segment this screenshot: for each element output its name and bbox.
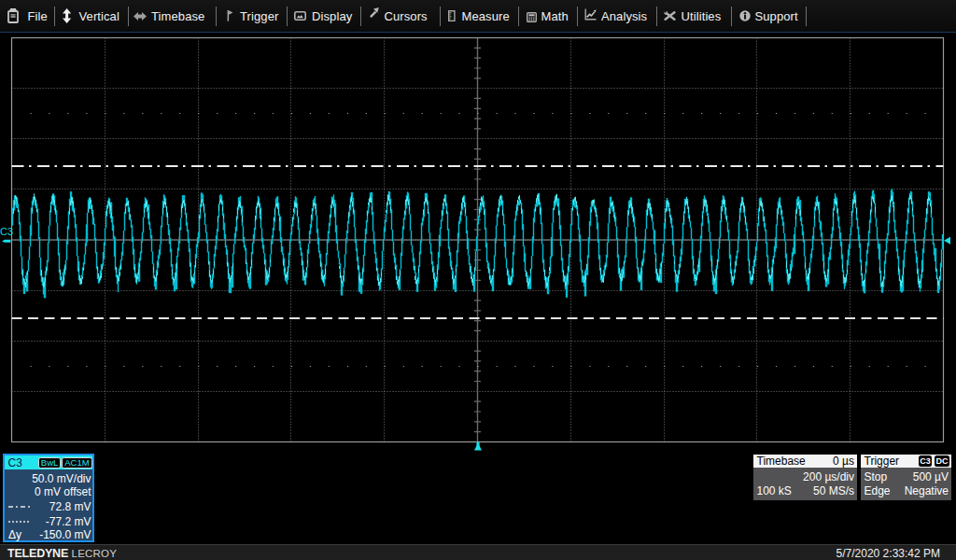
svg-text:C3: C3 — [0, 226, 13, 237]
